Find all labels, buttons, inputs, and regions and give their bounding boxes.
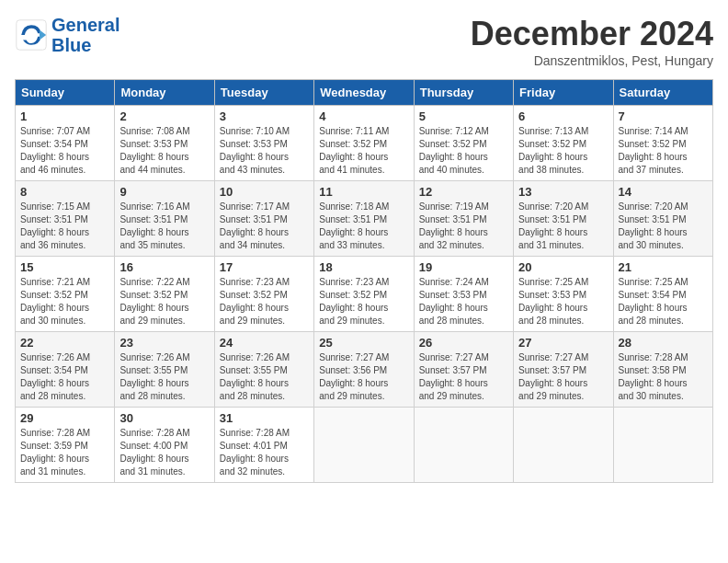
day-info: Sunrise: 7:10 AMSunset: 3:53 PMDaylight:… [220,125,309,177]
calendar-cell: 22Sunrise: 7:26 AMSunset: 3:54 PMDayligh… [16,332,115,408]
day-info: Sunrise: 7:27 AMSunset: 3:57 PMDaylight:… [419,351,508,403]
calendar-cell: 10Sunrise: 7:17 AMSunset: 3:51 PMDayligh… [214,181,313,257]
calendar-cell: 31Sunrise: 7:28 AMSunset: 4:01 PMDayligh… [214,408,313,483]
calendar-cell: 2Sunrise: 7:08 AMSunset: 3:53 PMDaylight… [115,106,214,181]
day-info: Sunrise: 7:27 AMSunset: 3:56 PMDaylight:… [319,351,408,403]
col-monday: Monday [115,80,214,106]
logo: General Blue [15,15,119,55]
calendar-cell [613,408,712,483]
day-info: Sunrise: 7:26 AMSunset: 3:55 PMDaylight:… [220,351,309,403]
day-number: 5 [419,109,508,123]
calendar-cell: 18Sunrise: 7:23 AMSunset: 3:52 PMDayligh… [314,257,414,332]
day-number: 12 [419,185,508,199]
calendar-week-row: 8Sunrise: 7:15 AMSunset: 3:51 PMDaylight… [16,181,713,257]
calendar-week-row: 15Sunrise: 7:21 AMSunset: 3:52 PMDayligh… [16,257,713,332]
day-info: Sunrise: 7:23 AMSunset: 3:52 PMDaylight:… [319,276,408,327]
calendar-cell: 24Sunrise: 7:26 AMSunset: 3:55 PMDayligh… [214,332,313,408]
day-info: Sunrise: 7:22 AMSunset: 3:52 PMDaylight:… [119,276,209,327]
day-number: 8 [20,185,109,199]
calendar-cell [314,408,414,483]
col-saturday: Saturday [613,80,712,106]
col-thursday: Thursday [414,80,513,106]
calendar-cell: 27Sunrise: 7:27 AMSunset: 3:57 PMDayligh… [514,332,613,408]
day-info: Sunrise: 7:17 AMSunset: 3:51 PMDaylight:… [220,201,309,252]
day-number: 26 [419,336,508,350]
col-sunday: Sunday [16,80,115,106]
calendar-cell: 1Sunrise: 7:07 AMSunset: 3:54 PMDaylight… [16,106,115,181]
calendar-cell: 9Sunrise: 7:16 AMSunset: 3:51 PMDaylight… [115,181,214,257]
calendar-cell: 17Sunrise: 7:23 AMSunset: 3:52 PMDayligh… [214,257,313,332]
location: Danszentmiklos, Pest, Hungary [471,53,713,68]
calendar-cell [414,408,513,483]
calendar-cell: 28Sunrise: 7:28 AMSunset: 3:58 PMDayligh… [613,332,712,408]
day-info: Sunrise: 7:28 AMSunset: 3:58 PMDaylight:… [619,351,708,403]
day-number: 23 [119,336,209,350]
day-number: 11 [319,185,408,199]
day-info: Sunrise: 7:21 AMSunset: 3:52 PMDaylight:… [20,276,109,327]
calendar-cell: 3Sunrise: 7:10 AMSunset: 3:53 PMDaylight… [214,106,313,181]
calendar-header-row: Sunday Monday Tuesday Wednesday Thursday… [16,80,713,106]
calendar-cell: 21Sunrise: 7:25 AMSunset: 3:54 PMDayligh… [613,257,712,332]
day-info: Sunrise: 7:11 AMSunset: 3:52 PMDaylight:… [319,125,408,177]
col-tuesday: Tuesday [214,80,313,106]
day-number: 15 [20,260,109,274]
day-info: Sunrise: 7:15 AMSunset: 3:51 PMDaylight:… [20,201,109,252]
day-number: 30 [119,411,209,425]
day-number: 22 [20,336,109,350]
logo-line2: Blue [51,35,91,55]
logo-line1: General [51,15,119,35]
day-number: 16 [119,260,209,274]
day-number: 20 [518,260,608,274]
calendar-cell: 11Sunrise: 7:18 AMSunset: 3:51 PMDayligh… [314,181,414,257]
calendar-cell: 6Sunrise: 7:13 AMSunset: 3:52 PMDaylight… [514,106,613,181]
day-number: 19 [419,260,508,274]
day-number: 31 [220,411,309,425]
calendar-week-row: 29Sunrise: 7:28 AMSunset: 3:59 PMDayligh… [16,408,713,483]
day-info: Sunrise: 7:26 AMSunset: 3:54 PMDaylight:… [20,351,109,403]
day-info: Sunrise: 7:26 AMSunset: 3:55 PMDaylight:… [119,351,209,403]
day-info: Sunrise: 7:28 AMSunset: 4:01 PMDaylight:… [220,427,309,478]
calendar-week-row: 1Sunrise: 7:07 AMSunset: 3:54 PMDaylight… [16,106,713,181]
calendar-cell: 26Sunrise: 7:27 AMSunset: 3:57 PMDayligh… [414,332,513,408]
logo-icon [15,18,48,52]
calendar-cell: 15Sunrise: 7:21 AMSunset: 3:52 PMDayligh… [16,257,115,332]
day-info: Sunrise: 7:27 AMSunset: 3:57 PMDaylight:… [518,351,608,403]
day-number: 7 [619,109,708,123]
logo-text: General Blue [51,15,119,55]
calendar-cell: 13Sunrise: 7:20 AMSunset: 3:51 PMDayligh… [514,181,613,257]
day-number: 18 [319,260,408,274]
calendar-cell: 23Sunrise: 7:26 AMSunset: 3:55 PMDayligh… [115,332,214,408]
day-number: 17 [220,260,309,274]
calendar-week-row: 22Sunrise: 7:26 AMSunset: 3:54 PMDayligh… [16,332,713,408]
day-number: 2 [119,109,209,123]
calendar-cell: 12Sunrise: 7:19 AMSunset: 3:51 PMDayligh… [414,181,513,257]
calendar-cell: 29Sunrise: 7:28 AMSunset: 3:59 PMDayligh… [16,408,115,483]
calendar-cell: 19Sunrise: 7:24 AMSunset: 3:53 PMDayligh… [414,257,513,332]
day-info: Sunrise: 7:16 AMSunset: 3:51 PMDaylight:… [119,201,209,252]
page-header: General Blue December 2024 Danszentmiklo… [15,15,713,68]
day-number: 27 [518,336,608,350]
day-number: 10 [220,185,309,199]
day-number: 6 [518,109,608,123]
day-info: Sunrise: 7:24 AMSunset: 3:53 PMDaylight:… [419,276,508,327]
calendar-cell: 4Sunrise: 7:11 AMSunset: 3:52 PMDaylight… [314,106,414,181]
day-number: 14 [619,185,708,199]
day-info: Sunrise: 7:25 AMSunset: 3:54 PMDaylight:… [619,276,708,327]
calendar-cell: 25Sunrise: 7:27 AMSunset: 3:56 PMDayligh… [314,332,414,408]
calendar-cell: 14Sunrise: 7:20 AMSunset: 3:51 PMDayligh… [613,181,712,257]
day-info: Sunrise: 7:13 AMSunset: 3:52 PMDaylight:… [518,125,608,177]
calendar-cell: 30Sunrise: 7:28 AMSunset: 4:00 PMDayligh… [115,408,214,483]
day-info: Sunrise: 7:18 AMSunset: 3:51 PMDaylight:… [319,201,408,252]
calendar-cell [514,408,613,483]
title-block: December 2024 Danszentmiklos, Pest, Hung… [471,15,713,68]
day-number: 29 [20,411,109,425]
day-info: Sunrise: 7:14 AMSunset: 3:52 PMDaylight:… [619,125,708,177]
day-info: Sunrise: 7:19 AMSunset: 3:51 PMDaylight:… [419,201,508,252]
day-number: 4 [319,109,408,123]
day-number: 9 [119,185,209,199]
day-number: 21 [619,260,708,274]
day-number: 28 [619,336,708,350]
day-info: Sunrise: 7:23 AMSunset: 3:52 PMDaylight:… [220,276,309,327]
col-wednesday: Wednesday [314,80,414,106]
day-number: 3 [220,109,309,123]
